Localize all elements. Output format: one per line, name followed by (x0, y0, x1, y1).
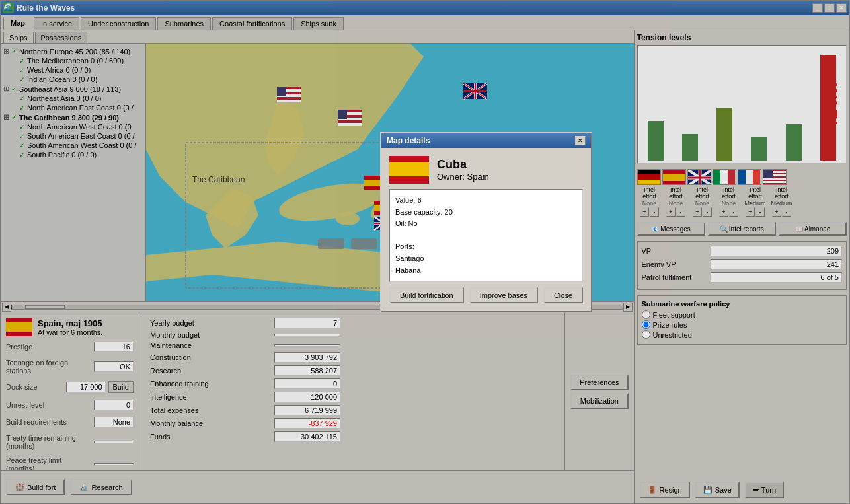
modal-buttons: Build fortification Improve bases Close (389, 287, 583, 303)
modal-value: Value: 6 (395, 195, 577, 207)
modal-country-info: Cuba Owner: Spain (437, 158, 489, 182)
modal-oil: Oil: No (395, 218, 577, 230)
modal-owner: Owner: Spain (437, 172, 489, 182)
modal-flag (389, 156, 429, 184)
map-details-modal: Map details ✕ Cuba Owner: Spain Value: 6… (380, 132, 592, 312)
modal-base-cap: Base capacity: 20 (395, 207, 577, 219)
modal-title: Map details (387, 136, 430, 145)
modal-port-1: Santiago (395, 253, 577, 265)
modal-ports: Ports: (395, 241, 577, 253)
modal-spacer (395, 230, 577, 242)
build-fortification-button[interactable]: Build fortification (389, 287, 464, 303)
modal-flag-row: Cuba Owner: Spain (389, 156, 583, 184)
modal-country-name: Cuba (437, 158, 489, 172)
modal-overlay: Map details ✕ Cuba Owner: Spain Value: 6… (0, 0, 850, 504)
modal-info-box: Value: 6 Base capacity: 20 Oil: No Ports… (389, 189, 583, 282)
modal-close-action-button[interactable]: Close (543, 287, 583, 303)
modal-close-button[interactable]: ✕ (575, 136, 586, 145)
modal-port-2: Habana (395, 265, 577, 277)
modal-content: Cuba Owner: Spain Value: 6 Base capacity… (381, 148, 591, 311)
modal-title-bar: Map details ✕ (381, 133, 591, 148)
improve-bases-button[interactable]: Improve bases (469, 287, 538, 303)
